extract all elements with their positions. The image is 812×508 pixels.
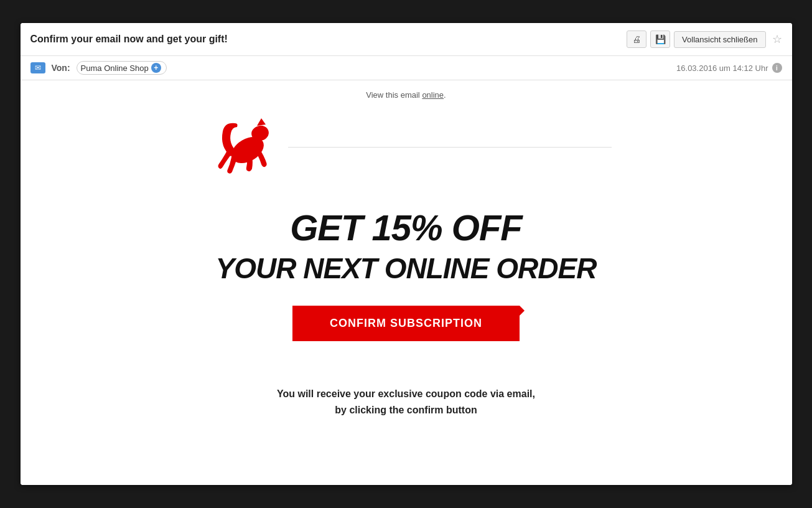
view-online-bar: View this email online. bbox=[21, 80, 792, 110]
email-header: Confirm your email now and get your gift… bbox=[21, 23, 792, 56]
email-client: Confirm your email now and get your gift… bbox=[21, 23, 792, 485]
email-from-row: Von: Puma Online Shop + 16.03.2016 um 14… bbox=[21, 56, 792, 80]
email-date: 16.03.2016 um 14:12 Uhr bbox=[676, 64, 768, 73]
puma-logo-section bbox=[201, 110, 612, 190]
coupon-line2: by clicking the confirm button bbox=[201, 402, 612, 418]
promo-headline: GET 15% OFF bbox=[201, 209, 612, 247]
info-icon[interactable]: i bbox=[772, 63, 782, 73]
from-label: Von: bbox=[52, 63, 70, 73]
puma-logo bbox=[201, 110, 282, 184]
email-body: View this email online. bbox=[21, 80, 792, 485]
star-icon[interactable]: ☆ bbox=[772, 32, 782, 46]
print-button[interactable]: 🖨 bbox=[627, 31, 646, 48]
logo-divider bbox=[288, 147, 612, 148]
confirm-subscription-button[interactable]: CONFIRM SUBSCRIPTION bbox=[292, 306, 520, 341]
save-button[interactable]: 💾 bbox=[650, 31, 670, 48]
sender-name: Puma Online Shop bbox=[81, 64, 149, 73]
close-fullview-button[interactable]: Vollansicht schließen bbox=[674, 31, 765, 48]
from-left: Von: Puma Online Shop + bbox=[30, 61, 167, 75]
view-online-period: . bbox=[444, 90, 446, 100]
view-online-text: View this email bbox=[366, 90, 422, 100]
view-online-link[interactable]: online bbox=[422, 90, 444, 100]
save-icon: 💾 bbox=[655, 34, 666, 44]
add-sender-icon[interactable]: + bbox=[151, 63, 161, 73]
header-actions: 🖨 💾 Vollansicht schließen ☆ bbox=[627, 31, 782, 48]
sender-badge[interactable]: Puma Online Shop + bbox=[77, 61, 167, 75]
promo-subheadline: YOUR NEXT ONLINE ORDER bbox=[201, 253, 612, 283]
coupon-text: You will receive your exclusive coupon c… bbox=[201, 386, 612, 418]
coupon-line1: You will receive your exclusive coupon c… bbox=[201, 386, 612, 402]
puma-content: GET 15% OFF YOUR NEXT ONLINE ORDER CONFI… bbox=[189, 110, 624, 443]
svg-marker-2 bbox=[257, 118, 266, 126]
email-subject: Confirm your email now and get your gift… bbox=[30, 34, 228, 45]
mail-icon bbox=[30, 62, 45, 73]
print-icon: 🖨 bbox=[632, 34, 641, 44]
email-meta: 16.03.2016 um 14:12 Uhr i bbox=[676, 63, 782, 73]
